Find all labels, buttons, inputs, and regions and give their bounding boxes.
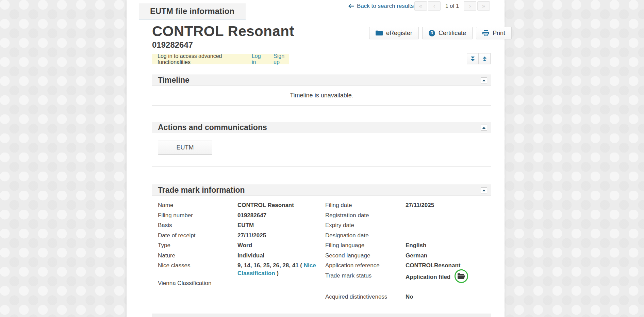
- trademark-number: 019282647: [152, 40, 193, 50]
- field-row-expiry-date: Expiry date: [325, 222, 489, 232]
- field-label: Acquired distinctiveness: [325, 293, 406, 300]
- field-row-date-of-receipt: Date of receipt 27/11/2025: [158, 232, 325, 242]
- trademark-fields-right-column: Filing date 27/11/2025 Registration date…: [325, 202, 489, 303]
- field-row-filing-date: Filing date 27/11/2025: [325, 202, 489, 212]
- previous-result-button[interactable]: ‹: [428, 1, 441, 11]
- actions-section-body: EUTM: [152, 133, 491, 167]
- back-link-label: Back to search results: [357, 3, 414, 10]
- expand-all-button[interactable]: [467, 53, 479, 64]
- double-chevron-up-icon: [482, 56, 487, 62]
- timeline-empty-message: Timeline is unavailable.: [290, 92, 353, 99]
- login-link[interactable]: Log in: [252, 53, 264, 65]
- actions-section-title: Actions and communications: [158, 123, 267, 132]
- pagination-label: 1 of 1: [445, 3, 459, 9]
- field-value: Individual: [237, 252, 264, 260]
- field-label: Name: [158, 202, 237, 209]
- field-value: EUTM: [237, 222, 254, 229]
- actions-section-header: Actions and communications: [152, 122, 491, 133]
- print-button-label: Print: [493, 30, 505, 37]
- field-row-basis: Basis EUTM: [158, 222, 325, 232]
- field-row-designation-date: Designation date: [325, 232, 489, 242]
- next-section-header-partial: [152, 314, 491, 317]
- field-label: Filing date: [325, 202, 406, 209]
- collapse-all-button[interactable]: [479, 53, 491, 64]
- application-filed-status-icon: [455, 269, 468, 283]
- field-label: Second language: [325, 252, 406, 259]
- eutm-filter-tab[interactable]: EUTM: [158, 141, 212, 155]
- field-row-trade-mark-status: Trade mark status Application filed: [325, 272, 489, 283]
- field-value: CONTROL Resonant: [237, 202, 294, 209]
- tab-eutm-file-information[interactable]: EUTM file information: [139, 3, 246, 19]
- field-label: Basis: [158, 222, 237, 229]
- login-banner: Log in to access advanced functionalitie…: [152, 54, 289, 64]
- field-row-filing-language: Filing language English: [325, 242, 489, 252]
- field-value: English: [406, 242, 426, 250]
- field-row-second-language: Second language German: [325, 252, 489, 262]
- nice-classes-suffix: ): [275, 270, 279, 276]
- field-row-registration-date: Registration date: [325, 212, 489, 222]
- printer-icon: [482, 30, 489, 36]
- trademark-title: CONTROL Resonant: [152, 23, 294, 39]
- field-row-filing-number: Filing number 019282647: [158, 212, 325, 222]
- field-label: Nature: [158, 252, 237, 259]
- signup-link[interactable]: Sign up: [274, 53, 289, 65]
- field-row-vienna-classification: Vienna Classification: [158, 280, 325, 290]
- triangle-up-icon: [482, 79, 485, 81]
- field-row-type: Type Word: [158, 242, 325, 252]
- timeline-collapse-toggle[interactable]: [481, 77, 487, 83]
- field-label: Application reference: [325, 262, 406, 269]
- trademark-section-title: Trade mark information: [158, 186, 245, 195]
- field-label: Nice classes: [158, 262, 237, 269]
- field-row-nice-classes: Nice classes 9, 14, 16, 25, 26, 28, 41 (…: [158, 262, 325, 278]
- field-row-name: Name CONTROL Resonant: [158, 202, 325, 212]
- eregister-button[interactable]: eRegister: [369, 27, 419, 39]
- registered-mark-icon: R: [429, 30, 435, 36]
- main-content-panel: EUTM file information Back to search res…: [127, 0, 505, 317]
- certificate-button[interactable]: R Certificate: [422, 27, 473, 39]
- timeline-section-body: Timeline is unavailable.: [152, 86, 491, 106]
- eutm-file-page: { "tab": { "label": "EUTM file informati…: [0, 0, 644, 317]
- field-row-nature: Nature Individual: [158, 252, 325, 262]
- status-text: Application filed: [406, 273, 450, 281]
- back-arrow-icon: [348, 4, 354, 8]
- field-value: Word: [237, 242, 252, 250]
- trademark-collapse-toggle[interactable]: [481, 187, 487, 193]
- timeline-section-title: Timeline: [158, 76, 189, 85]
- trademark-section-body: Name CONTROL Resonant Filing number 0192…: [152, 196, 491, 314]
- back-to-search-results-link[interactable]: Back to search results: [348, 3, 414, 10]
- field-label: Filing language: [325, 242, 406, 249]
- field-label: Trade mark status: [325, 272, 406, 279]
- first-result-button[interactable]: «: [414, 1, 427, 11]
- field-value: CONTROLResonant: [406, 262, 461, 270]
- field-label: Registration date: [325, 212, 406, 219]
- field-label: Type: [158, 242, 237, 249]
- field-value: 27/11/2025: [406, 202, 434, 209]
- folder-icon: [376, 30, 383, 36]
- field-value: No: [406, 293, 413, 301]
- result-pagination: « ‹ 1 of 1 › »: [414, 1, 491, 11]
- actions-collapse-toggle[interactable]: [481, 125, 487, 131]
- print-button[interactable]: Print: [476, 27, 512, 39]
- next-result-button[interactable]: ›: [464, 1, 476, 11]
- field-label: Filing number: [158, 212, 237, 219]
- field-value: 27/11/2025: [237, 232, 266, 240]
- last-result-button[interactable]: »: [477, 1, 490, 11]
- login-banner-message: Log in to access advanced functionalitie…: [158, 53, 240, 65]
- header-actions: eRegister R Certificate Print: [369, 27, 512, 39]
- field-label: Date of receipt: [158, 232, 237, 239]
- triangle-up-icon: [482, 127, 485, 129]
- trademark-section-header: Trade mark information: [152, 185, 491, 196]
- expand-collapse-tools: [467, 53, 491, 64]
- timeline-section-header: Timeline: [152, 75, 491, 86]
- field-row-acquired-distinctiveness: Acquired distinctiveness No: [325, 293, 489, 303]
- certificate-button-label: Certificate: [439, 30, 466, 37]
- trademark-fields-left-column: Name CONTROL Resonant Filing number 0192…: [158, 202, 325, 289]
- field-label: Vienna Classification: [158, 280, 237, 287]
- field-value: 019282647: [237, 212, 266, 220]
- field-label: Designation date: [325, 232, 406, 239]
- field-value: German: [406, 252, 427, 260]
- field-value: Application filed: [406, 272, 468, 283]
- field-label: Expiry date: [325, 222, 406, 229]
- eregister-button-label: eRegister: [386, 30, 412, 37]
- nice-classes-numbers: 9, 14, 16, 25, 26, 28, 41 (: [237, 262, 304, 269]
